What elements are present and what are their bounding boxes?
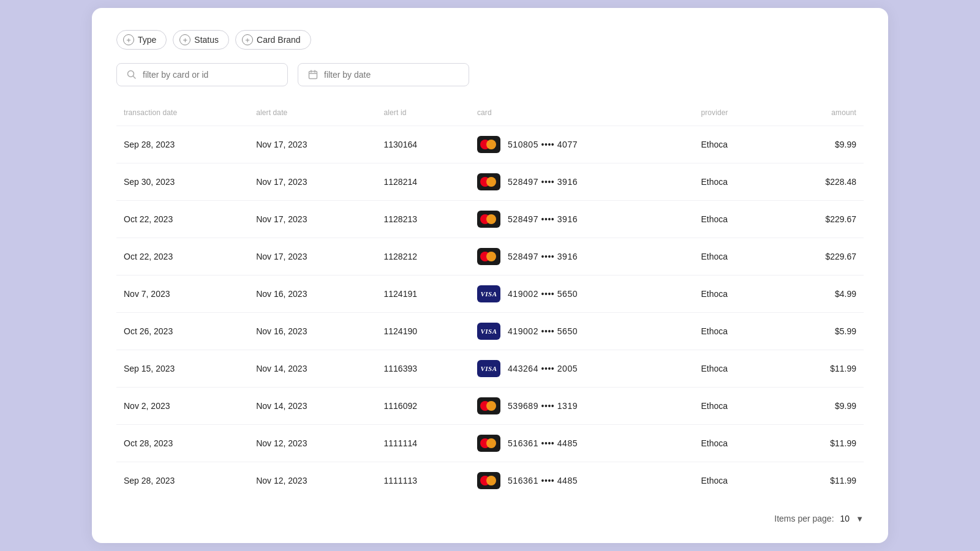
cell-amount: $11.99	[775, 425, 864, 462]
card-number: 419002 •••• 5650	[508, 326, 578, 336]
cell-amount: $228.48	[775, 163, 864, 201]
transactions-table: transaction date alert date alert id car…	[116, 103, 864, 499]
cell-amount: $9.99	[775, 388, 864, 425]
cell-alert-date: Nov 17, 2023	[249, 163, 376, 201]
filters-row: + Type + Status + Card Brand	[116, 30, 864, 50]
cell-alert-id: 1116393	[376, 350, 469, 388]
visa-logo: VISA	[477, 323, 500, 340]
cell-transaction-date: Oct 28, 2023	[116, 425, 249, 462]
card-brand-filter-label: Card Brand	[257, 35, 301, 45]
cell-alert-id: 1128212	[376, 238, 469, 276]
cell-transaction-date: Nov 7, 2023	[116, 276, 249, 313]
svg-line-1	[134, 77, 136, 79]
cell-alert-id: 1111113	[376, 462, 469, 500]
cell-alert-id: 1111114	[376, 425, 469, 462]
mastercard-logo	[477, 211, 500, 228]
card-number: 516361 •••• 4485	[508, 476, 578, 485]
items-per-page-dropdown[interactable]: ▼	[856, 514, 864, 523]
table-row[interactable]: Oct 28, 2023Nov 12, 20231111114516361 ••…	[116, 425, 864, 462]
cell-amount: $229.67	[775, 238, 864, 276]
mastercard-logo	[477, 173, 500, 190]
mastercard-logo	[477, 435, 500, 452]
status-filter-label: Status	[194, 35, 219, 45]
card-number: 528497 •••• 3916	[508, 214, 578, 224]
table-footer: Items per page: 10 ▼	[116, 514, 864, 523]
cell-transaction-date: Oct 22, 2023	[116, 201, 249, 238]
cell-amount: $229.67	[775, 201, 864, 238]
date-filter-box	[298, 63, 469, 86]
date-filter-input[interactable]	[324, 70, 459, 80]
cell-alert-date: Nov 12, 2023	[249, 425, 376, 462]
col-provider: provider	[693, 103, 775, 126]
cell-provider: Ethoca	[693, 126, 775, 163]
cell-alert-date: Nov 12, 2023	[249, 462, 376, 500]
cell-provider: Ethoca	[693, 350, 775, 388]
card-number: 510805 •••• 4077	[508, 140, 578, 149]
cell-alert-date: Nov 17, 2023	[249, 126, 376, 163]
table-row[interactable]: Oct 22, 2023Nov 17, 20231128213528497 ••…	[116, 201, 864, 238]
cell-transaction-date: Sep 28, 2023	[116, 462, 249, 500]
col-alert-id: alert id	[376, 103, 469, 126]
cell-alert-id: 1124190	[376, 313, 469, 350]
status-filter-chip[interactable]: + Status	[173, 30, 229, 50]
cell-transaction-date: Sep 15, 2023	[116, 350, 249, 388]
cell-alert-date: Nov 17, 2023	[249, 201, 376, 238]
cell-alert-id: 1124191	[376, 276, 469, 313]
cell-transaction-date: Nov 2, 2023	[116, 388, 249, 425]
search-icon	[127, 70, 137, 80]
cell-amount: $11.99	[775, 350, 864, 388]
visa-logo: VISA	[477, 360, 500, 377]
card-number: 528497 •••• 3916	[508, 252, 578, 261]
col-alert-date: alert date	[249, 103, 376, 126]
items-per-page-label: Items per page:	[774, 514, 834, 523]
cell-alert-id: 1116092	[376, 388, 469, 425]
cell-amount: $5.99	[775, 313, 864, 350]
table-row[interactable]: Sep 28, 2023Nov 12, 20231111113516361 ••…	[116, 462, 864, 500]
cell-provider: Ethoca	[693, 201, 775, 238]
table-row[interactable]: Sep 30, 2023Nov 17, 20231128214528497 ••…	[116, 163, 864, 201]
cell-transaction-date: Sep 30, 2023	[116, 163, 249, 201]
table-row[interactable]: Nov 2, 2023Nov 14, 20231116092539689 •••…	[116, 388, 864, 425]
card-search-input[interactable]	[143, 70, 277, 80]
col-amount: amount	[775, 103, 864, 126]
cell-amount: $11.99	[775, 462, 864, 500]
cell-alert-date: Nov 17, 2023	[249, 238, 376, 276]
status-plus-icon: +	[179, 34, 190, 45]
cell-card: VISA443264 •••• 2005	[470, 350, 693, 388]
cell-provider: Ethoca	[693, 313, 775, 350]
mastercard-logo	[477, 136, 500, 153]
type-filter-label: Type	[138, 35, 156, 45]
mastercard-logo	[477, 397, 500, 414]
col-transaction-date: transaction date	[116, 103, 249, 126]
cell-alert-date: Nov 16, 2023	[249, 313, 376, 350]
card-brand-plus-icon: +	[242, 34, 253, 45]
card-number: 528497 •••• 3916	[508, 177, 578, 187]
table-row[interactable]: Oct 26, 2023Nov 16, 20231124190VISA41900…	[116, 313, 864, 350]
cell-provider: Ethoca	[693, 238, 775, 276]
card-number: 539689 •••• 1319	[508, 401, 578, 411]
table-row[interactable]: Sep 15, 2023Nov 14, 20231116393VISA44326…	[116, 350, 864, 388]
table-header-row: transaction date alert date alert id car…	[116, 103, 864, 126]
table-row[interactable]: Sep 28, 2023Nov 17, 20231130164510805 ••…	[116, 126, 864, 163]
cell-card: VISA419002 •••• 5650	[470, 313, 693, 350]
search-row	[116, 63, 864, 86]
main-card: + Type + Status + Card Brand	[92, 8, 888, 543]
table-row[interactable]: Oct 22, 2023Nov 17, 20231128212528497 ••…	[116, 238, 864, 276]
calendar-icon	[308, 70, 318, 80]
cell-amount: $4.99	[775, 276, 864, 313]
cell-card: 516361 •••• 4485	[470, 425, 693, 462]
type-plus-icon: +	[123, 34, 134, 45]
table-row[interactable]: Nov 7, 2023Nov 16, 20231124191VISA419002…	[116, 276, 864, 313]
cell-alert-id: 1128213	[376, 201, 469, 238]
card-number: 419002 •••• 5650	[508, 289, 578, 299]
items-per-page-value: 10	[840, 514, 850, 523]
cell-card: VISA419002 •••• 5650	[470, 276, 693, 313]
card-brand-filter-chip[interactable]: + Card Brand	[235, 30, 311, 50]
card-number: 443264 •••• 2005	[508, 364, 578, 373]
type-filter-chip[interactable]: + Type	[116, 30, 167, 50]
cell-provider: Ethoca	[693, 425, 775, 462]
svg-rect-2	[309, 72, 317, 79]
cell-provider: Ethoca	[693, 276, 775, 313]
cell-card: 528497 •••• 3916	[470, 238, 693, 276]
card-number: 516361 •••• 4485	[508, 438, 578, 448]
